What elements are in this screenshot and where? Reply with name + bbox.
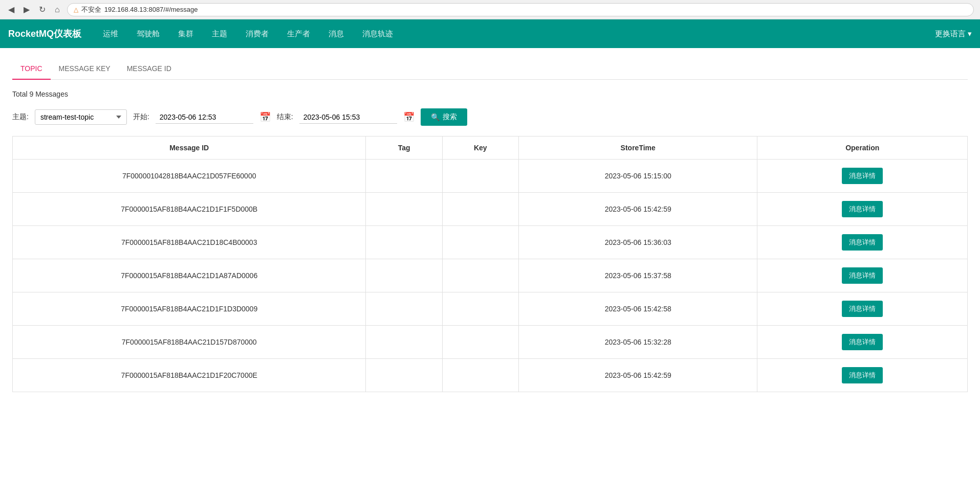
lang-switch[interactable]: 更换语言 ▾ (935, 29, 972, 39)
detail-button[interactable]: 消息详情 (842, 234, 883, 251)
cell-key (442, 292, 518, 326)
cell-tag (366, 226, 442, 259)
cell-storetime: 2023-05-06 15:15:00 (518, 160, 757, 193)
cell-msgid: 7F000001042818B4AAC21D057FE60000 (13, 160, 366, 193)
cell-tag (366, 359, 442, 392)
detail-button[interactable]: 消息详情 (842, 201, 883, 217)
table-row: 7F0000015AF818B4AAC21D1F20C7000E 2023-05… (13, 359, 968, 392)
table-row: 7F0000015AF818B4AAC21D1F1F5D000B 2023-05… (13, 193, 968, 226)
search-button[interactable]: 🔍 搜索 (421, 108, 467, 126)
search-icon: 🔍 (431, 113, 440, 121)
search-button-label: 搜索 (443, 112, 457, 122)
end-calendar-icon[interactable]: 📅 (403, 111, 415, 123)
start-calendar-icon[interactable]: 📅 (259, 111, 271, 123)
url-bar: △ 不安全 192.168.48.13:8087/#/message (67, 3, 974, 16)
end-label: 结束: (277, 112, 293, 122)
col-header-msgid: Message ID (13, 137, 366, 160)
table-row: 7F0000015AF818B4AAC21D18C4B00003 2023-05… (13, 226, 968, 259)
message-summary: Total 9 Messages (12, 90, 968, 98)
tab-message-key[interactable]: MESSAGE KEY (51, 58, 119, 80)
security-warning-icon: △ (74, 6, 78, 13)
nav-item-trace[interactable]: 消息轨迹 (353, 19, 402, 48)
cell-msgid: 7F0000015AF818B4AAC21D1F1F5D000B (13, 193, 366, 226)
tab-topic[interactable]: TOPIC (12, 58, 51, 80)
cell-tag (366, 326, 442, 359)
cell-key (442, 193, 518, 226)
search-bar: 主题: stream-test-topic 开始: 📅 结束: 📅 🔍 搜索 (12, 108, 968, 126)
cell-storetime: 2023-05-06 15:42:58 (518, 292, 757, 326)
cell-storetime: 2023-05-06 15:37:58 (518, 259, 757, 292)
lang-switch-label: 更换语言 ▾ (935, 29, 972, 39)
tab-message-id[interactable]: MESSAGE ID (119, 58, 180, 80)
end-date-input[interactable] (299, 111, 397, 124)
main-content: TOPIC MESSAGE KEY MESSAGE ID Total 9 Mes… (0, 48, 980, 499)
detail-button[interactable]: 消息详情 (842, 301, 883, 317)
url-text: 192.168.48.13:8087/#/message (104, 6, 198, 13)
browser-bar: ◀ ▶ ↻ ⌂ △ 不安全 192.168.48.13:8087/#/messa… (0, 0, 980, 19)
col-header-tag: Tag (366, 137, 442, 160)
navbar: RocketMQ仪表板 运维 驾驶舱 集群 主题 消费者 生产者 消息 消息轨迹… (0, 19, 980, 48)
nav-item-cluster[interactable]: 集群 (169, 19, 203, 48)
detail-button[interactable]: 消息详情 (842, 168, 883, 184)
security-warning-label: 不安全 (81, 5, 101, 14)
reload-button[interactable]: ↻ (37, 4, 48, 15)
topic-label: 主题: (12, 112, 29, 122)
detail-button[interactable]: 消息详情 (842, 334, 883, 350)
cell-operation: 消息详情 (757, 292, 968, 326)
cell-msgid: 7F0000015AF818B4AAC21D18C4B00003 (13, 226, 366, 259)
cell-storetime: 2023-05-06 15:42:59 (518, 359, 757, 392)
cell-key (442, 326, 518, 359)
cell-operation: 消息详情 (757, 226, 968, 259)
detail-button[interactable]: 消息详情 (842, 367, 883, 383)
nav-item-message[interactable]: 消息 (319, 19, 353, 48)
col-header-operation: Operation (757, 137, 968, 160)
cell-tag (366, 292, 442, 326)
cell-operation: 消息详情 (757, 359, 968, 392)
cell-msgid: 7F0000015AF818B4AAC21D1A87AD0006 (13, 259, 366, 292)
table-row: 7F0000015AF818B4AAC21D1A87AD0006 2023-05… (13, 259, 968, 292)
start-label: 开始: (133, 112, 149, 122)
cell-operation: 消息详情 (757, 326, 968, 359)
home-button[interactable]: ⌂ (53, 4, 62, 15)
cell-msgid: 7F0000015AF818B4AAC21D1F1D3D0009 (13, 292, 366, 326)
messages-table: Message ID Tag Key StoreTime Operation 7… (12, 136, 968, 392)
cell-tag (366, 193, 442, 226)
col-header-key: Key (442, 137, 518, 160)
table-row: 7F0000015AF818B4AAC21D157D870000 2023-05… (13, 326, 968, 359)
table-header-row: Message ID Tag Key StoreTime Operation (13, 137, 968, 160)
detail-button[interactable]: 消息详情 (842, 267, 883, 284)
cell-key (442, 259, 518, 292)
nav-item-topic[interactable]: 主题 (203, 19, 236, 48)
forward-button[interactable]: ▶ (21, 4, 32, 15)
cell-key (442, 226, 518, 259)
table-row: 7F000001042818B4AAC21D057FE60000 2023-05… (13, 160, 968, 193)
col-header-storetime: StoreTime (518, 137, 757, 160)
nav-item-producer[interactable]: 生产者 (278, 19, 319, 48)
cell-msgid: 7F0000015AF818B4AAC21D157D870000 (13, 326, 366, 359)
cell-tag (366, 160, 442, 193)
cell-storetime: 2023-05-06 15:42:59 (518, 193, 757, 226)
nav-item-consumer[interactable]: 消费者 (236, 19, 278, 48)
cell-key (442, 359, 518, 392)
cell-operation: 消息详情 (757, 193, 968, 226)
cell-storetime: 2023-05-06 15:36:03 (518, 226, 757, 259)
cell-key (442, 160, 518, 193)
topic-select[interactable]: stream-test-topic (35, 109, 127, 125)
cell-operation: 消息详情 (757, 259, 968, 292)
navbar-brand: RocketMQ仪表板 (8, 28, 81, 40)
nav-item-cockpit[interactable]: 驾驶舱 (127, 19, 169, 48)
start-date-input[interactable] (156, 111, 253, 124)
back-button[interactable]: ◀ (6, 4, 16, 15)
navbar-menu: 运维 驾驶舱 集群 主题 消费者 生产者 消息 消息轨迹 (94, 19, 935, 48)
table-row: 7F0000015AF818B4AAC21D1F1D3D0009 2023-05… (13, 292, 968, 326)
cell-storetime: 2023-05-06 15:32:28 (518, 326, 757, 359)
cell-operation: 消息详情 (757, 160, 968, 193)
cell-tag (366, 259, 442, 292)
cell-msgid: 7F0000015AF818B4AAC21D1F20C7000E (13, 359, 366, 392)
tab-bar: TOPIC MESSAGE KEY MESSAGE ID (12, 58, 968, 80)
nav-item-ops[interactable]: 运维 (94, 19, 127, 48)
